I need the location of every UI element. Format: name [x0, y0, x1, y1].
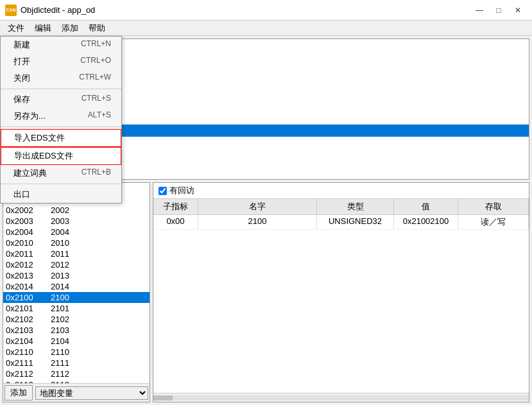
table-header: 子指标 名字 类型 值 存取: [153, 199, 529, 215]
window-title: Objdictedit - app_od: [21, 5, 95, 15]
menu-add[interactable]: 添加: [56, 21, 83, 35]
menu-save-as[interactable]: 另存为... ALT+S: [1, 108, 121, 125]
list-row[interactable]: 0x20022002: [3, 205, 150, 216]
title-bar: CAN Objdictedit - app_od — □ ✕: [0, 0, 532, 21]
list-row[interactable]: 0x20112011: [3, 248, 150, 259]
sep2: [1, 126, 121, 127]
right-panel: 有回访 子指标 名字 类型 值 存取 0x00 2100 UNSIGNED32 …: [153, 182, 529, 402]
menu-save[interactable]: 保存 CTRL+S: [1, 91, 121, 108]
horizontal-scrollbar[interactable]: [153, 393, 529, 402]
file-dropdown: 新建 CTRL+N 打开 CTRL+O 关闭 CTRL+W 保存 CTRL+S …: [0, 36, 122, 203]
list-row[interactable]: 0x20132013: [3, 270, 150, 281]
col-name: 名字: [198, 199, 317, 214]
menu-exit[interactable]: 出口: [1, 186, 121, 203]
col-value: 值: [394, 199, 458, 214]
menu-import-eds[interactable]: 导入EDS文件: [1, 129, 121, 147]
file-dropdown-menu: 新建 CTRL+N 打开 CTRL+O 关闭 CTRL+W 保存 CTRL+S …: [0, 36, 122, 203]
maximize-button[interactable]: □: [490, 3, 508, 17]
title-left: CAN Objdictedit - app_od: [5, 4, 95, 16]
list-footer: 添加 地图变量: [3, 383, 150, 402]
list-row[interactable]: 0x21022102: [3, 314, 150, 325]
list-row[interactable]: 0x20142014: [3, 281, 150, 292]
list-scroll[interactable]: 0x200020000x200120010x200220020x20032003…: [3, 183, 150, 383]
list-row[interactable]: 0x21002100: [3, 292, 150, 303]
menu-help[interactable]: 帮助: [83, 21, 110, 35]
add-button[interactable]: 添加: [4, 385, 33, 401]
callback-label: 有回访: [169, 185, 194, 196]
list-row[interactable]: 0x21122112: [3, 368, 150, 379]
menu-close[interactable]: 关闭 CTRL+W: [1, 70, 121, 87]
bottom-area: 0x200020000x200120010x200220020x20032003…: [3, 182, 529, 402]
list-row[interactable]: 0x21112111: [3, 358, 150, 368]
close-button[interactable]: ✕: [509, 3, 527, 17]
col-type: 类型: [317, 199, 394, 214]
list-row[interactable]: 0x20042004: [3, 227, 150, 237]
list-row[interactable]: 0x21042104: [3, 336, 150, 347]
menu-bar: 文件 编辑 添加 帮助 新建 CTRL+N 打开 CTRL+O 关闭 CTRL+…: [0, 21, 532, 36]
table-row[interactable]: 0x00 2100 UNSIGNED32 0x21002100 读／写: [153, 215, 529, 230]
left-panel: 0x200020000x200120010x200220020x20032003…: [3, 182, 150, 402]
callback-checkbox[interactable]: [159, 187, 167, 195]
menu-build-dict[interactable]: 建立词典 CTRL+B: [1, 165, 121, 182]
sep3: [1, 184, 121, 184]
list-row[interactable]: 0x20102010: [3, 237, 150, 248]
app-icon: CAN: [5, 4, 17, 16]
menu-edit[interactable]: 编辑: [30, 21, 56, 35]
type-select[interactable]: 地图变量: [35, 386, 148, 400]
minimize-button[interactable]: —: [470, 3, 488, 17]
list-row[interactable]: 0x21102110: [3, 347, 150, 358]
table-body: 0x00 2100 UNSIGNED32 0x21002100 读／写: [153, 215, 529, 393]
menu-file[interactable]: 文件: [3, 21, 30, 35]
list-row[interactable]: 0x21032103: [3, 325, 150, 336]
menu-open[interactable]: 打开 CTRL+O: [1, 53, 121, 70]
col-subindex: 子指标: [153, 199, 198, 214]
title-controls: — □ ✕: [470, 3, 527, 17]
has-callback-area: 有回访: [153, 183, 529, 199]
list-row[interactable]: 0x21012101: [3, 303, 150, 314]
menu-export-eds[interactable]: 导出成EDS文件: [1, 147, 121, 165]
col-access: 存取: [458, 199, 529, 214]
sep1: [1, 89, 121, 89]
list-row[interactable]: 0x20122012: [3, 259, 150, 270]
menu-new[interactable]: 新建 CTRL+N: [1, 37, 121, 53]
list-row[interactable]: 0x20032003: [3, 216, 150, 227]
